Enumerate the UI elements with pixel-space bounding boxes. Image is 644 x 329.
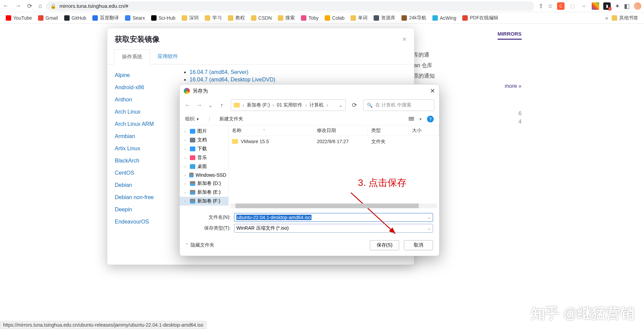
reload-icon[interactable]: ⟳ bbox=[27, 2, 32, 10]
bookmark-item[interactable]: CSDN bbox=[249, 14, 274, 22]
sort-icon[interactable]: ˄ bbox=[263, 129, 265, 133]
tree-node[interactable]: ›新加卷 (D:) bbox=[180, 179, 228, 188]
ext-icon-1[interactable]: C bbox=[557, 2, 565, 10]
bookmark-item[interactable]: YouTube bbox=[3, 14, 34, 22]
distro-item[interactable]: Deepin bbox=[115, 204, 171, 216]
tree-node[interactable]: ›音乐 bbox=[180, 153, 228, 162]
favicon bbox=[38, 15, 43, 21]
tree-node[interactable]: ›新加卷 (F:) bbox=[180, 197, 228, 206]
refresh-icon[interactable]: ⟳ bbox=[352, 101, 357, 109]
chevron-down-icon[interactable]: ⌄ bbox=[339, 102, 343, 108]
bookmark-item[interactable]: GitHub bbox=[62, 14, 89, 22]
ext-icon-4[interactable] bbox=[592, 2, 599, 10]
close-icon[interactable]: × bbox=[402, 35, 407, 44]
bookmark-item[interactable]: 学习 bbox=[202, 14, 224, 22]
chevron-right-icon[interactable]: › bbox=[184, 147, 188, 151]
version-link[interactable]: 16.04.7 (amd64, Desktop LiveDVD) bbox=[190, 77, 275, 82]
help-icon[interactable]: ? bbox=[427, 116, 434, 122]
tab-app[interactable]: 应用软件 bbox=[150, 49, 185, 64]
search-input[interactable]: 🔍 在 计算机 中搜索 bbox=[363, 99, 434, 111]
distro-item[interactable]: Debian bbox=[115, 179, 171, 191]
hide-folders-toggle[interactable]: ˄ 隐藏文件夹 bbox=[186, 242, 214, 248]
bookmark-overflow[interactable]: » bbox=[605, 15, 608, 21]
organize-menu[interactable]: 组织 ▼ bbox=[185, 116, 199, 122]
chevron-right-icon[interactable]: › bbox=[184, 164, 188, 169]
distro-item[interactable]: BlackArch bbox=[115, 155, 171, 167]
close-icon[interactable]: ✕ bbox=[430, 87, 435, 95]
url-text: mirrors.tuna.tsinghua.edu.cn/# bbox=[59, 3, 128, 9]
new-folder-button[interactable]: 新建文件夹 bbox=[219, 116, 243, 122]
bookmark-item[interactable]: 搜索 bbox=[275, 14, 297, 22]
profile-avatar[interactable] bbox=[634, 2, 641, 10]
horizontal-scrollbar[interactable] bbox=[231, 204, 437, 208]
tree-node[interactable]: ›图片 bbox=[180, 127, 228, 136]
distro-item[interactable]: Debian non-free bbox=[115, 191, 171, 204]
star-icon[interactable]: ☆ bbox=[548, 2, 553, 10]
distro-item[interactable]: Android-x86 bbox=[115, 81, 171, 94]
bookmark-item[interactable]: 教程 bbox=[226, 14, 247, 22]
bookmark-item[interactable]: Searx bbox=[123, 14, 147, 22]
save-button[interactable]: 保存(S) bbox=[370, 240, 399, 250]
extensions-icon[interactable]: ✦ bbox=[615, 2, 620, 10]
chevron-down-icon[interactable]: ⌄ bbox=[428, 226, 431, 231]
distro-item[interactable]: Artix Linux bbox=[115, 142, 171, 155]
version-link[interactable]: 16.04.7 (amd64, Server) bbox=[190, 69, 248, 75]
bookmark-item[interactable]: Sci-Hub bbox=[149, 14, 178, 22]
chrome-icon bbox=[184, 88, 190, 94]
filename-input[interactable]: ubuntu-22.04.1-desktop-amd64.iso ⌄ bbox=[234, 213, 433, 222]
tree-node[interactable]: ›下载 bbox=[180, 144, 228, 153]
chevron-right-icon[interactable]: › bbox=[184, 138, 188, 142]
ext-icon-3[interactable]: ∞ bbox=[580, 2, 588, 10]
chevron-right-icon[interactable]: › bbox=[184, 156, 188, 160]
distro-item[interactable]: Arch Linux ARM bbox=[115, 118, 171, 130]
tree-node[interactable]: ›Windows-SSD bbox=[180, 171, 228, 179]
bookmark-item[interactable]: 百度翻译 bbox=[90, 14, 121, 22]
bookmark-item[interactable]: Gmail bbox=[36, 14, 60, 22]
tab-os[interactable]: 操作系统 bbox=[114, 49, 150, 64]
tree-node[interactable]: ›新加卷 (E:) bbox=[180, 188, 228, 197]
chevron-right-icon[interactable]: › bbox=[184, 190, 188, 194]
forward-icon[interactable]: → bbox=[15, 2, 21, 10]
breadcrumb[interactable]: › 新加卷 (F:)› 01 实用软件› 计算机› ⌄ bbox=[231, 99, 346, 111]
back-icon[interactable]: ← bbox=[3, 2, 9, 10]
distro-item[interactable]: Alpine bbox=[115, 69, 171, 81]
bookmark-item[interactable]: 24k导航 bbox=[399, 14, 429, 22]
share-icon[interactable]: ⇪ bbox=[538, 2, 543, 10]
cancel-button[interactable]: 取消 bbox=[404, 240, 433, 250]
bookmark-item[interactable]: Toby bbox=[299, 14, 321, 22]
chevron-right-icon[interactable]: › bbox=[184, 129, 188, 133]
ext-icon-5[interactable]: ▮1 bbox=[603, 2, 611, 10]
nav-up-icon[interactable]: ↑ bbox=[219, 102, 225, 109]
bookmark-item[interactable]: AcWing bbox=[430, 14, 459, 22]
distro-item[interactable]: CentOS bbox=[115, 167, 171, 179]
distro-item[interactable]: EndeavourOS bbox=[115, 216, 171, 228]
chevron-down-icon[interactable]: ⌄ bbox=[208, 101, 213, 109]
home-icon[interactable]: ⌂ bbox=[38, 2, 42, 10]
version-item: 16.04.7 (amd64, Server) bbox=[190, 69, 404, 76]
bookmark-item[interactable]: 深圳 bbox=[179, 14, 201, 22]
bookmark-item[interactable]: 单词 bbox=[348, 14, 370, 22]
nav-back-icon[interactable]: ← bbox=[184, 102, 190, 109]
bookmark-item[interactable]: 资源库 bbox=[371, 14, 398, 22]
chevron-right-icon[interactable]: › bbox=[184, 173, 187, 177]
bookmark-item[interactable]: Colab bbox=[322, 14, 347, 22]
ext-icon-2[interactable]: ◯ bbox=[569, 2, 576, 10]
chevron-right-icon[interactable]: › bbox=[184, 199, 188, 203]
distro-item[interactable]: Armbian bbox=[115, 130, 171, 142]
address-bar[interactable]: 🔒 mirrors.tuna.tsinghua.edu.cn/# bbox=[46, 1, 534, 11]
other-bookmarks[interactable]: 其他书签 bbox=[609, 14, 641, 22]
chevron-down-icon[interactable]: ⌄ bbox=[428, 215, 431, 220]
chevron-down-icon[interactable]: ▼ bbox=[419, 117, 422, 121]
sidepanel-icon[interactable]: ◧ bbox=[624, 2, 630, 10]
tree-node[interactable]: ›桌面 bbox=[180, 162, 228, 171]
drive-icon bbox=[189, 173, 194, 177]
favicon bbox=[432, 15, 438, 21]
bookmark-item[interactable]: PDF在线编辑 bbox=[460, 14, 501, 22]
distro-item[interactable]: Anthon bbox=[115, 94, 171, 106]
chevron-right-icon[interactable]: › bbox=[184, 181, 188, 186]
file-row[interactable]: VMware 15.5 2022/9/6 17:27 文件夹 bbox=[229, 136, 439, 148]
view-icon[interactable] bbox=[409, 117, 414, 121]
tree-node[interactable]: ›文档 bbox=[180, 136, 228, 144]
distro-item[interactable]: Arch Linux bbox=[115, 106, 171, 118]
filetype-select[interactable]: WinRAR 压缩文件 (*.iso) ⌄ bbox=[234, 224, 433, 233]
